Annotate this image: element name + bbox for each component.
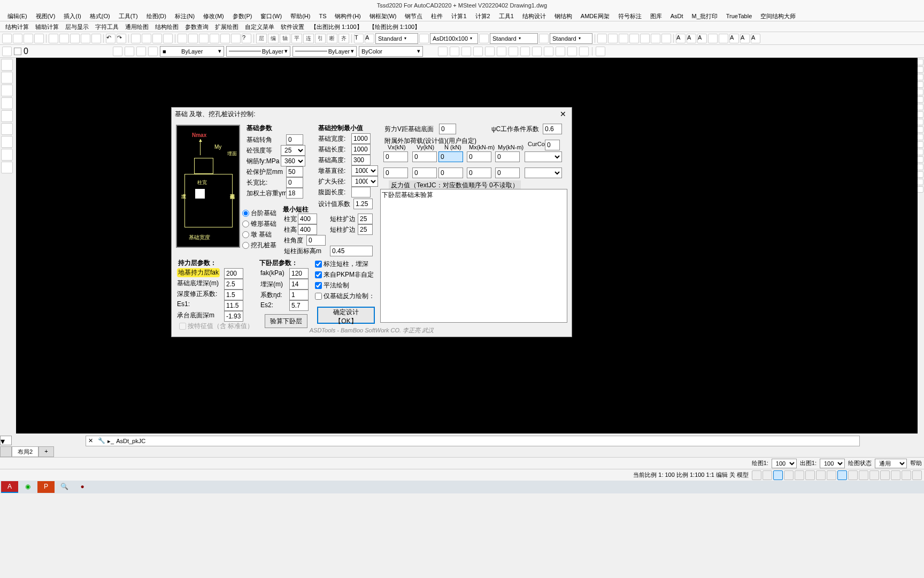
- layout-tab[interactable]: 布局2: [12, 446, 38, 457]
- quickprops-icon[interactable]: [880, 470, 890, 480]
- draw-state-select[interactable]: 通用: [875, 459, 907, 468]
- vy2-input[interactable]: [412, 168, 437, 178]
- pier-diameter-select[interactable]: 1000: [351, 165, 378, 176]
- draw-tool-icon[interactable]: [1, 110, 13, 122]
- from-pkpm-checkbox[interactable]: 来自PKPM非自定: [315, 270, 374, 279]
- web-length-input[interactable]: [351, 187, 371, 197]
- sec-menu-item[interactable]: 字符工具: [92, 21, 122, 32]
- vx-input[interactable]: [383, 151, 408, 162]
- dim-tool-icon[interactable]: [619, 34, 628, 43]
- sec-menu-item[interactable]: 【绘图比例 1:100】: [366, 21, 424, 32]
- curcolm-input[interactable]: [545, 140, 560, 150]
- ok-button[interactable]: 确定设计【OK】: [317, 307, 375, 324]
- current-color-icon[interactable]: [14, 48, 21, 55]
- wrench-icon[interactable]: 🔧: [98, 437, 105, 445]
- menu-item[interactable]: 钢构件(H): [330, 11, 365, 21]
- sec-menu-item[interactable]: 辅助计算: [32, 21, 62, 32]
- draw-tool-icon[interactable]: [1, 72, 13, 83]
- draw-tool-icon[interactable]: [1, 136, 13, 148]
- plot-scale-select[interactable]: 100: [820, 459, 845, 468]
- table-style-select[interactable]: Standard▾: [490, 33, 538, 44]
- mx2-input[interactable]: [467, 168, 491, 178]
- table-icon[interactable]: [479, 34, 489, 43]
- menu-item[interactable]: 钢框架(W): [365, 11, 401, 21]
- n2-input[interactable]: [438, 168, 463, 178]
- cover-input[interactable]: [286, 166, 303, 177]
- dim-tool-icon[interactable]: [640, 34, 650, 43]
- layer-color-select[interactable]: ■ ByLayer▾: [160, 46, 224, 57]
- menu-item[interactable]: 绘图(D): [142, 11, 171, 21]
- annot-icon[interactable]: A: [676, 34, 686, 43]
- draw-tool-icon[interactable]: [1, 149, 13, 161]
- modify-icon[interactable]: [532, 47, 542, 56]
- modify-icon[interactable]: [473, 47, 483, 56]
- linetype-select[interactable]: ByLayer▾: [226, 46, 290, 57]
- text-style-select[interactable]: Standard▾: [375, 33, 418, 44]
- reaction-only-checkbox[interactable]: 仅基础反力绘制：: [315, 292, 375, 301]
- tool-icon[interactable]: [210, 34, 219, 43]
- menu-item[interactable]: M_批打印: [687, 11, 721, 21]
- palette-icon[interactable]: [917, 81, 923, 88]
- layer-tool-icon[interactable]: [148, 47, 158, 56]
- sec-menu-item[interactable]: 软件设置: [278, 21, 307, 32]
- palette-icon[interactable]: [917, 59, 923, 65]
- menu-item[interactable]: 结构设计: [518, 11, 550, 21]
- draw-tool-icon[interactable]: [1, 59, 13, 71]
- cap-bottom-input[interactable]: [224, 311, 243, 322]
- design-factor-input[interactable]: [353, 199, 373, 209]
- aspect-ratio-input[interactable]: [286, 177, 303, 188]
- soil-weight-input[interactable]: [286, 188, 303, 199]
- menu-item[interactable]: 空间结构大师: [756, 11, 800, 21]
- flat-draw-checkbox[interactable]: 平法绘制: [315, 281, 349, 290]
- menu-item[interactable]: 柱件: [427, 11, 447, 21]
- menu-item[interactable]: 图库: [646, 11, 666, 21]
- es2-input[interactable]: [289, 300, 309, 311]
- menu-item[interactable]: 窗口(W): [256, 11, 286, 21]
- menu-item[interactable]: 钢节点: [401, 11, 427, 21]
- lineweight-select[interactable]: ByLayer▾: [292, 46, 357, 57]
- palette-icon[interactable]: [917, 179, 923, 185]
- modify-icon[interactable]: [438, 47, 448, 56]
- step-foundation-radio[interactable]: 台阶基础: [242, 209, 276, 218]
- help-icon[interactable]: ?: [242, 34, 251, 43]
- app-taskbar-icon[interactable]: ●: [74, 481, 91, 493]
- fak-input[interactable]: [224, 268, 243, 279]
- es1-input[interactable]: [224, 300, 243, 311]
- buried-depth-input[interactable]: [224, 279, 243, 290]
- col-angle-input[interactable]: [306, 235, 326, 246]
- palette-icon[interactable]: [917, 66, 923, 73]
- menu-item[interactable]: 视图(V): [32, 11, 60, 21]
- layer-tool-icon[interactable]: 层: [256, 34, 267, 43]
- ortho-icon[interactable]: [773, 470, 783, 480]
- dim-icon[interactable]: [419, 34, 429, 43]
- bored-pile-radio[interactable]: 挖孔桩基: [242, 241, 276, 250]
- sec-menu-item[interactable]: 自定义菜单: [242, 21, 278, 32]
- menu-item[interactable]: 帮助(H): [286, 11, 314, 21]
- add-layout-tab[interactable]: +: [38, 446, 53, 457]
- help-link[interactable]: 帮助: [910, 459, 922, 467]
- wechat-taskbar-icon[interactable]: ◉: [19, 481, 36, 493]
- modify-icon[interactable]: [509, 47, 518, 56]
- menu-item[interactable]: 工具1: [495, 11, 518, 21]
- sec-menu-item[interactable]: 层与显示: [62, 21, 92, 32]
- draw-tool-icon[interactable]: [1, 123, 13, 135]
- tool-icon[interactable]: [49, 34, 58, 43]
- flat-tool-icon[interactable]: 平: [291, 34, 302, 43]
- palette-icon[interactable]: [917, 156, 923, 163]
- min-width-input[interactable]: [351, 133, 371, 144]
- modify-icon[interactable]: [485, 47, 495, 56]
- hardware-icon[interactable]: [902, 470, 911, 480]
- modify-icon[interactable]: [461, 47, 471, 56]
- modify-icon[interactable]: [520, 47, 530, 56]
- rebar-fy-select[interactable]: 360: [281, 156, 305, 166]
- sec-menu-item[interactable]: 结构计算: [2, 21, 32, 32]
- menu-item[interactable]: 计算2: [471, 11, 495, 21]
- transparency-icon[interactable]: [827, 470, 836, 480]
- vx2-input[interactable]: [383, 168, 408, 178]
- layer-tool-icon[interactable]: [113, 47, 122, 56]
- palette-icon[interactable]: [917, 126, 923, 133]
- palette-icon[interactable]: [917, 134, 923, 140]
- underlayer-fak-input[interactable]: [289, 268, 309, 279]
- load-select-2[interactable]: [525, 168, 562, 178]
- lineweight-icon[interactable]: [816, 470, 826, 480]
